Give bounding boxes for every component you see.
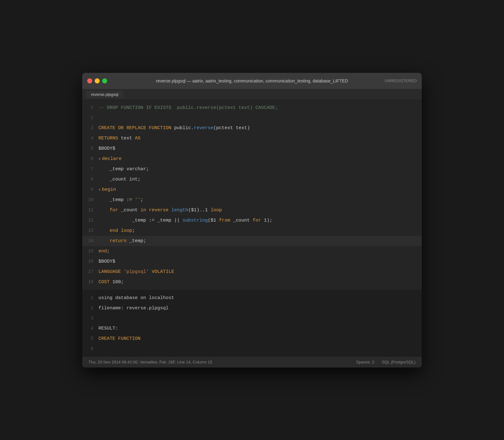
output-line-2: 2 filename: reverse.plpgsql (82, 303, 422, 313)
line-content-12: _temp := _temp || substring($1 from _cou… (98, 216, 422, 225)
titlebar: reverse.plpgsql — aatrix, aatrix_testing… (82, 73, 422, 89)
output-num-5: 5 (82, 334, 98, 343)
line-content-18: COST 100; (98, 278, 422, 287)
status-right: Spaces: 2 SQL (PostgreSQL) (356, 360, 416, 364)
editor-area: 1 -- DROP FUNCTION IF EXISTS public.reve… (82, 100, 422, 356)
statusbar: Thu, 20 Nov 2014 06:42:00, Versailles, F… (82, 356, 422, 367)
status-info: Thu, 20 Nov 2014 06:42:00, Versailles, F… (88, 360, 212, 364)
line-num-18: 18 (82, 278, 98, 286)
code-line-18: 18 COST 100; (82, 277, 422, 287)
code-line-7: 7 _temp varchar; (82, 164, 422, 174)
line-num-1: 1 (82, 103, 98, 112)
line-num-6: 6 (82, 154, 98, 163)
maximize-button[interactable] (102, 78, 107, 83)
line-num-13: 13 (82, 226, 98, 235)
code-line-12: 12 _temp := _temp || substring($1 from _… (82, 215, 422, 226)
code-line-14: 14 return _temp; (82, 236, 422, 246)
code-line-8: 8 _count int; (82, 174, 422, 185)
window-title: reverse.plpgsql — aatrix, aatrix_testing… (156, 78, 348, 83)
output-content-2: filename: reverse.plpgsql (98, 304, 422, 313)
fold-icon-9[interactable]: ∨ (98, 188, 101, 192)
output-content-1: using database on localhost (98, 294, 422, 302)
spaces-indicator[interactable]: Spaces: 2 (356, 360, 374, 364)
code-line-5: 5 $BODY$ (82, 143, 422, 154)
code-line-13: 13 end loop; (82, 226, 422, 236)
line-num-10: 10 (82, 195, 98, 204)
output-line-1: 1 using database on localhost (82, 293, 422, 303)
line-content-17: LANGUAGE 'plpgsql' VOLATILE (98, 268, 422, 276)
output-num-2: 2 (82, 304, 98, 312)
editor-window: reverse.plpgsql — aatrix, aatrix_testing… (82, 73, 422, 367)
code-line-17: 17 LANGUAGE 'plpgsql' VOLATILE (82, 267, 422, 277)
line-content-9: ∨begin (98, 185, 422, 194)
output-content-5: CREATE FUNCTION (98, 335, 422, 343)
line-content-7: _temp varchar; (98, 165, 422, 174)
output-line-3: 3 (82, 313, 422, 323)
line-content-13: end loop; (98, 227, 422, 235)
line-content-5: $BODY$ (98, 144, 422, 153)
output-content-4: RESULT: (98, 324, 422, 333)
code-line-2: 2 (82, 113, 422, 123)
language-indicator[interactable]: SQL (PostgreSQL) (382, 360, 416, 364)
traffic-lights (87, 78, 107, 83)
output-line-4: 4 RESULT: (82, 323, 422, 334)
line-num-5: 5 (82, 144, 98, 153)
code-line-4: 4 RETURNS text AS (82, 133, 422, 143)
line-content-8: _count int; (98, 175, 422, 184)
output-line-6: 6 (82, 344, 422, 354)
output-section[interactable]: 1 using database on localhost 2 filename… (82, 290, 422, 356)
output-line-5: 5 CREATE FUNCTION (82, 334, 422, 344)
tab-bar: reverse.plpgsql (82, 89, 422, 100)
output-num-1: 1 (82, 293, 98, 302)
line-num-9: 9 (82, 185, 98, 194)
line-num-3: 3 (82, 124, 98, 132)
line-num-16: 16 (82, 257, 98, 266)
line-content-14: return _temp; (98, 237, 422, 246)
fold-icon-6[interactable]: ∨ (98, 157, 101, 161)
line-content-15: end; (98, 247, 422, 256)
output-num-3: 3 (82, 314, 98, 323)
line-num-8: 8 (82, 175, 98, 184)
unregistered-badge: UNREGISTERED (385, 78, 417, 83)
line-num-15: 15 (82, 247, 98, 255)
line-num-2: 2 (82, 114, 98, 122)
line-content-6: ∨declare (98, 155, 422, 163)
output-num-6: 6 (82, 344, 98, 353)
output-num-4: 4 (82, 324, 98, 333)
code-line-11: 11 for _count in reverse length($1)..1 l… (82, 205, 422, 215)
line-num-17: 17 (82, 267, 98, 276)
line-content-3: CREATE OR REPLACE FUNCTION public.revers… (98, 124, 422, 133)
line-content-11: for _count in reverse length($1)..1 loop (98, 206, 422, 215)
close-button[interactable] (87, 78, 92, 83)
code-line-10: 10 _temp := ''; (82, 195, 422, 205)
line-num-4: 4 (82, 134, 98, 143)
line-num-12: 12 (82, 216, 98, 225)
line-num-7: 7 (82, 165, 98, 173)
code-line-3: 3 CREATE OR REPLACE FUNCTION public.reve… (82, 123, 422, 133)
code-line-16: 16 $BODY$ (82, 256, 422, 267)
line-content-4: RETURNS text AS (98, 134, 422, 143)
line-num-11: 11 (82, 206, 98, 214)
line-num-14: 14 (82, 236, 98, 245)
code-line-1: 1 -- DROP FUNCTION IF EXISTS public.reve… (82, 103, 422, 113)
code-line-6: 6 ∨declare (82, 154, 422, 164)
line-content-10: _temp := ''; (98, 196, 422, 204)
code-section[interactable]: 1 -- DROP FUNCTION IF EXISTS public.reve… (82, 100, 422, 290)
code-line-9: 9 ∨begin (82, 185, 422, 195)
tab-reverse-plpgsql[interactable]: reverse.plpgsql (86, 91, 123, 98)
line-content-16: $BODY$ (98, 257, 422, 266)
minimize-button[interactable] (95, 78, 100, 83)
line-content-1: -- DROP FUNCTION IF EXISTS public.revers… (98, 104, 422, 112)
code-line-15: 15 end; (82, 246, 422, 256)
